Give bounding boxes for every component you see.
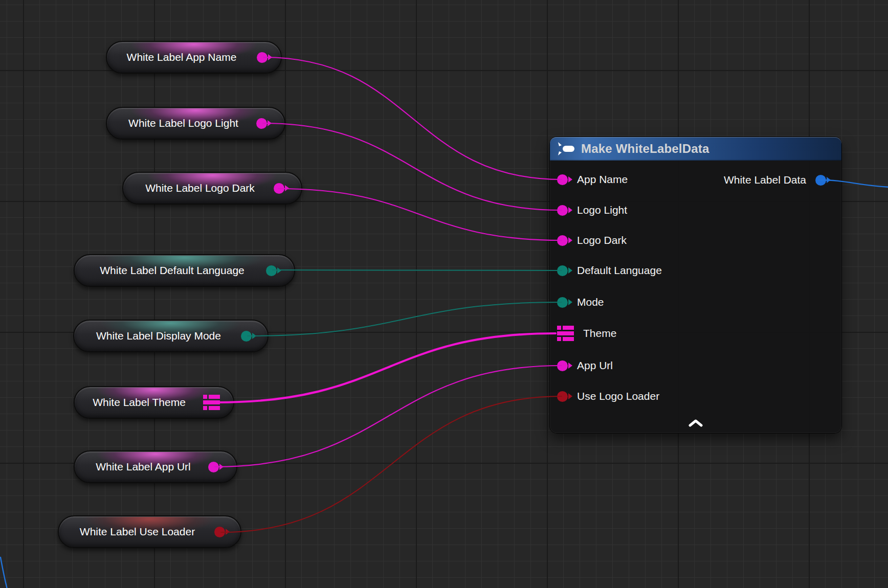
wire-offscreen-left[interactable] <box>1 557 7 588</box>
wire-default-language[interactable] <box>273 270 562 270</box>
wire-app-name[interactable] <box>263 57 562 179</box>
wire-theme[interactable] <box>217 333 556 402</box>
wire-white-label-data-out[interactable] <box>818 180 888 187</box>
blueprint-graph-canvas[interactable]: White Label App Name White Label Logo Li… <box>0 0 888 588</box>
wire-use-loader[interactable] <box>221 396 562 532</box>
wire-logo-dark[interactable] <box>278 189 562 240</box>
wire-display-mode[interactable] <box>248 302 562 336</box>
wire-app-url[interactable] <box>215 366 562 467</box>
wire-logo-light[interactable] <box>263 123 562 210</box>
